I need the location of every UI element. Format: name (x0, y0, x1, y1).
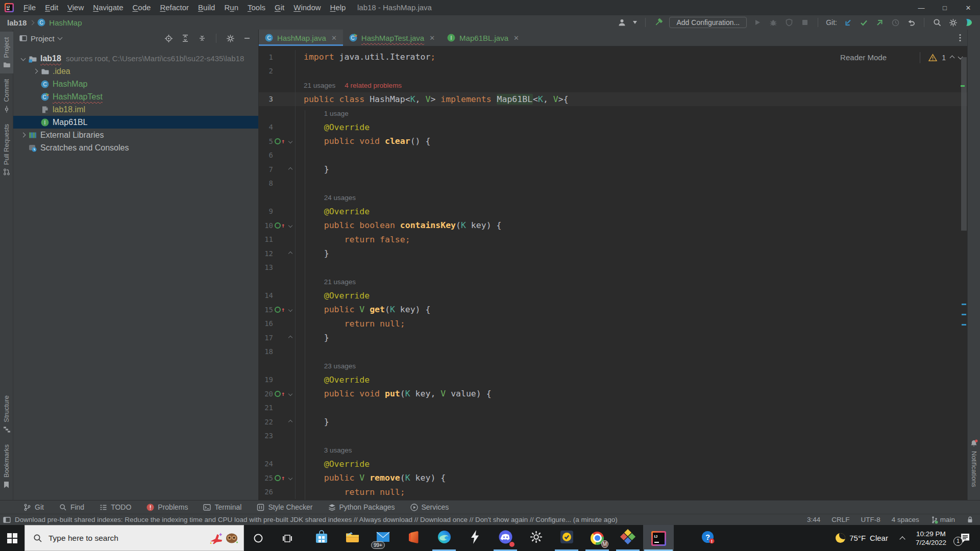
overrides-method-icon[interactable]: ↑ (275, 391, 285, 397)
indent-setting[interactable]: 4 spaces (892, 516, 919, 523)
task-view-button[interactable] (273, 525, 302, 551)
code-line[interactable]: 14 @Override (259, 289, 967, 303)
action-center-button[interactable]: 1 (960, 533, 971, 544)
fold-marker-icon[interactable] (288, 420, 292, 424)
code-line[interactable]: 16 return null; (259, 317, 967, 331)
code-area[interactable]: 1 import java.util.Iterator;2 21 usages4… (259, 46, 967, 500)
overrides-method-icon[interactable]: ↑ (275, 138, 285, 144)
inlay-hint-line[interactable]: 3 usages (259, 443, 967, 457)
menu-code[interactable]: Code (128, 0, 156, 15)
menu-edit[interactable]: Edit (40, 0, 63, 15)
taskbar-app-mail[interactable]: 99+ (368, 525, 398, 551)
code-line[interactable]: 23 (259, 429, 967, 443)
toolwindow-git[interactable]: Git (23, 503, 44, 511)
fold-marker-icon[interactable] (288, 223, 292, 228)
code-line[interactable]: 18 (259, 345, 967, 359)
inlay-hint-line[interactable]: 24 usages (259, 190, 967, 205)
tree-item-hashmap[interactable]: C HashMap (13, 78, 258, 90)
code-line[interactable]: 11 return false; (259, 233, 967, 247)
code-line[interactable]: 7 } (259, 162, 967, 177)
tool-stripe-commit[interactable]: Commit (0, 73, 13, 118)
tool-stripe-bookmarks[interactable]: Bookmarks (0, 439, 13, 494)
fold-marker-icon[interactable] (288, 336, 292, 340)
code-line[interactable]: 12 } (259, 246, 967, 261)
project-panel-title[interactable]: Project (31, 34, 55, 43)
start-button[interactable] (0, 525, 24, 551)
debug-icon[interactable] (768, 17, 778, 28)
line-number[interactable]: 22 (259, 418, 273, 426)
code-line[interactable]: 15 ↑ public V get(K key) { (259, 303, 967, 317)
tree-item-map61bl[interactable]: I Map61BL (13, 116, 258, 129)
line-number[interactable]: 11 (259, 235, 273, 243)
cortana-button[interactable] (244, 525, 273, 551)
code-line[interactable]: 10 ↑ public boolean containsKey(K key) { (259, 218, 967, 233)
code-line[interactable]: 8 (259, 177, 967, 191)
code-line[interactable]: 21 (259, 401, 967, 415)
tree-item-lab18-iml[interactable]: lab18.iml (13, 103, 258, 116)
code-line[interactable]: 26 return null; (259, 485, 967, 499)
inspections-widget[interactable]: 1 (920, 52, 962, 63)
tool-stripe-pull-requests[interactable]: Pull Requests (0, 118, 13, 181)
hidden-icons-chevron[interactable] (899, 536, 905, 542)
inlay-hint-line[interactable]: 21 usages4 related problems (259, 78, 967, 92)
taskbar-app-lightning[interactable] (459, 525, 490, 551)
close-tab-icon[interactable]: ✕ (331, 34, 337, 42)
menu-git[interactable]: Git (270, 0, 289, 15)
taskbar-app-chrome[interactable]: M (582, 525, 612, 551)
usages-hint[interactable]: 23 usages (324, 362, 356, 370)
line-number[interactable]: 25 (259, 474, 273, 482)
menu-help[interactable]: Help (326, 0, 351, 15)
taskbar-app-store[interactable] (306, 525, 337, 551)
status-panel-icon[interactable] (3, 516, 11, 523)
taskbar-app-gethelp[interactable]: ?! (692, 525, 723, 551)
run-icon[interactable] (752, 17, 763, 28)
file-encoding[interactable]: UTF-8 (861, 516, 880, 523)
tree-item-external-libraries[interactable]: External Libraries (13, 129, 258, 141)
taskbar-app-settings[interactable] (521, 525, 551, 551)
code-line[interactable]: 5 ↑ public void clear() { (259, 134, 967, 148)
taskbar-app-office[interactable] (398, 525, 429, 551)
usages-hint[interactable]: 24 usages (324, 194, 356, 202)
git-update-icon[interactable] (843, 17, 853, 28)
toolwindow-python-packages[interactable]: Python Packages (328, 503, 395, 511)
usages-hint[interactable]: 21 usages (304, 82, 335, 89)
fold-marker-icon[interactable] (288, 139, 292, 143)
line-number[interactable]: 5 (259, 137, 273, 145)
close-button[interactable]: ✕ (957, 0, 980, 15)
moon-weather-icon[interactable] (836, 533, 845, 543)
hide-panel-icon[interactable] (242, 33, 252, 43)
collapse-all-icon[interactable] (197, 33, 207, 43)
line-number[interactable]: 13 (259, 263, 273, 271)
menu-build[interactable]: Build (193, 0, 219, 15)
code-line[interactable]: 17 } (259, 331, 967, 345)
git-push-icon[interactable] (874, 17, 885, 28)
toolwindow-services[interactable]: Services (410, 503, 449, 511)
line-number[interactable]: 16 (259, 319, 273, 328)
reader-mode-label[interactable]: Reader Mode (840, 53, 887, 62)
history-icon[interactable] (890, 17, 900, 28)
line-number[interactable]: 3 (259, 95, 273, 103)
taskbar-app-discord[interactable] (490, 525, 521, 551)
select-opened-file-icon[interactable] (163, 33, 174, 43)
line-number[interactable]: 10 (259, 221, 273, 230)
line-number[interactable]: 7 (259, 165, 273, 173)
editor-scrollbar[interactable] (960, 46, 967, 500)
search-icon[interactable] (932, 17, 942, 28)
close-tab-icon[interactable]: ✕ (429, 34, 435, 42)
line-number[interactable]: 1 (259, 53, 273, 61)
caret-position[interactable]: 3:44 (807, 516, 820, 523)
line-number[interactable]: 8 (259, 179, 273, 187)
user-icon[interactable] (617, 17, 627, 28)
line-number[interactable]: 21 (259, 404, 273, 412)
line-number[interactable]: 26 (259, 488, 273, 496)
tab-hashmaptest-java[interactable]: C HashMapTest.java ✕ (343, 30, 441, 46)
line-number[interactable]: 2 (259, 67, 273, 75)
menu-run[interactable]: Run (219, 0, 243, 15)
line-number[interactable]: 14 (259, 291, 273, 299)
taskbar-app-explorer[interactable] (337, 525, 368, 551)
chevron-down-icon[interactable] (57, 35, 62, 40)
menu-navigate[interactable]: Navigate (88, 0, 128, 15)
tree-item-lab18[interactable]: lab18sources root, C:\Users\Marti\cs61bl… (13, 52, 258, 65)
line-number[interactable]: 15 (259, 306, 273, 314)
code-line[interactable]: 25 ↑ public V remove(K key) { (259, 471, 967, 485)
